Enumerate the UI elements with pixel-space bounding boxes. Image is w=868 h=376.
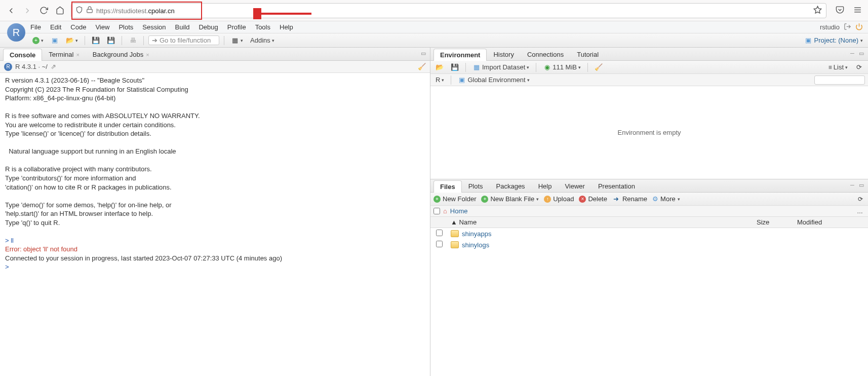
load-workspace-button[interactable]: 📂 — [433, 62, 446, 72]
minimize-pane-icon[interactable]: ─ — [849, 50, 856, 57]
env-empty-message: Environment is empty — [430, 86, 868, 179]
delete-button[interactable]: ×Delete — [579, 195, 607, 203]
url-text: https://rstudiotest.cpolar.cn — [96, 7, 175, 15]
menu-build[interactable]: Build — [175, 23, 190, 31]
new-folder-button[interactable]: +New Folder — [433, 195, 476, 203]
pocket-icon[interactable] — [836, 6, 844, 16]
menu-session[interactable]: Session — [142, 23, 166, 31]
path-more-button[interactable]: … — [855, 207, 865, 216]
env-search-input[interactable] — [814, 76, 865, 85]
upload-button[interactable]: ↑Upload — [544, 195, 574, 203]
tab-environment[interactable]: Environment — [433, 49, 487, 61]
new-blank-file-button[interactable]: +New Blank File ▾ — [481, 195, 539, 203]
tab-help-pane[interactable]: Help — [532, 180, 559, 192]
tab-plots-pane[interactable]: Plots — [462, 180, 490, 192]
rstudio-logo: R — [7, 23, 25, 42]
maximize-pane-icon[interactable]: ▭ — [858, 181, 865, 189]
console-header: R R 4.3.1 · ~/ ⇗ 🧹 — [0, 61, 430, 73]
reload-button[interactable] — [38, 6, 49, 16]
new-project-button[interactable]: ▣ — [49, 35, 61, 46]
tab-tutorial[interactable]: Tutorial — [570, 48, 605, 60]
menu-file[interactable]: File — [30, 23, 41, 31]
svg-marker-1 — [814, 6, 821, 13]
home-button[interactable] — [55, 6, 65, 16]
files-table: ▲ Name Size Modified shinyapps shinylogs — [430, 217, 868, 376]
menu-debug[interactable]: Debug — [199, 23, 218, 31]
close-icon[interactable]: × — [76, 52, 79, 58]
memory-usage-button[interactable]: ◉111 MiB ▾ — [541, 62, 583, 72]
clear-console-icon[interactable]: 🧹 — [418, 63, 426, 70]
refresh-files-button[interactable]: ⟳ — [856, 195, 865, 204]
bookmark-icon[interactable] — [813, 6, 822, 16]
print-button[interactable]: 🖶 — [127, 35, 139, 46]
home-icon[interactable]: ⌂ — [443, 207, 447, 215]
power-icon[interactable] — [855, 23, 863, 32]
menu-tools[interactable]: Tools — [255, 23, 270, 31]
shield-icon — [75, 6, 83, 15]
save-all-button[interactable]: 💾 — [105, 35, 117, 46]
env-scope-selector[interactable]: ▣Global Environment ▾ — [456, 75, 531, 85]
project-label[interactable]: Project: (None) — [814, 36, 858, 44]
menu-code[interactable]: Code — [70, 23, 86, 31]
clear-env-button[interactable]: 🧹 — [593, 62, 605, 72]
open-wd-icon[interactable]: ⇗ — [51, 63, 56, 70]
select-all-checkbox[interactable] — [433, 208, 440, 214]
tab-files[interactable]: Files — [433, 180, 462, 193]
menu-profile[interactable]: Profile — [227, 23, 246, 31]
tab-history[interactable]: History — [487, 48, 520, 60]
url-bar[interactable]: https://rstudiotest.cpolar.cn — [71, 3, 826, 18]
files-breadcrumb: ⌂ Home … — [430, 206, 868, 217]
rename-button[interactable]: ➜Rename — [612, 195, 647, 203]
username-label: rstudio — [820, 23, 840, 31]
addins-button[interactable]: Addins ▾ — [248, 35, 277, 45]
console-version-label: R 4.3.1 · ~/ — [15, 63, 48, 70]
folder-icon — [451, 230, 459, 237]
project-icon: ▣ — [804, 36, 812, 45]
env-tab-bar: Environment History Connections Tutorial… — [430, 48, 868, 61]
language-selector[interactable]: R ▾ — [433, 75, 446, 85]
tab-packages[interactable]: Packages — [490, 180, 532, 192]
maximize-pane-icon[interactable]: ▭ — [858, 50, 865, 57]
svg-rect-0 — [87, 9, 93, 12]
env-view-toggle[interactable]: ≡ List ▾ — [826, 62, 850, 72]
file-checkbox[interactable] — [436, 241, 443, 247]
refresh-env-button[interactable]: ⟳ — [853, 62, 865, 72]
breadcrumb-home[interactable]: Home — [450, 207, 468, 215]
workspace-panes-button[interactable]: ▦▾ — [229, 35, 245, 46]
tab-viewer[interactable]: Viewer — [558, 180, 591, 192]
back-button[interactable] — [6, 6, 16, 16]
tab-terminal[interactable]: Terminal× — [42, 48, 86, 60]
menu-edit[interactable]: Edit — [50, 23, 61, 31]
tab-presentation[interactable]: Presentation — [591, 180, 642, 192]
import-dataset-button[interactable]: ▦Import Dataset ▾ — [470, 62, 531, 72]
file-name-link[interactable]: shinyapps — [462, 230, 492, 238]
tab-console[interactable]: Console — [3, 49, 42, 61]
hamburger-icon[interactable] — [853, 6, 862, 16]
minimize-pane-icon[interactable]: ─ — [849, 181, 856, 189]
lock-icon — [86, 6, 93, 15]
tab-connections[interactable]: Connections — [521, 48, 570, 60]
close-icon[interactable]: × — [146, 52, 149, 58]
save-button[interactable]: 💾 — [90, 35, 102, 46]
save-workspace-button[interactable]: 💾 — [449, 62, 461, 72]
env-toolbar: 📂 💾 ▦Import Dataset ▾ ◉111 MiB ▾ 🧹 ≡ Lis… — [430, 61, 868, 74]
file-name-link[interactable]: shinylogs — [462, 241, 489, 249]
goto-file-input[interactable]: ➔Go to file/function — [148, 35, 219, 45]
console-output[interactable]: R version 4.3.1 (2023-06-16) -- "Beagle … — [0, 73, 430, 376]
menu-view[interactable]: View — [95, 23, 109, 31]
more-button[interactable]: ⚙More ▾ — [652, 195, 680, 203]
signout-icon[interactable] — [844, 23, 851, 32]
file-row[interactable]: shinyapps — [430, 228, 868, 239]
folder-icon — [451, 241, 459, 248]
forward-button[interactable] — [22, 6, 32, 16]
new-file-button[interactable]: +▾ — [30, 36, 46, 45]
maximize-pane-icon[interactable]: ▭ — [420, 50, 427, 57]
menu-help[interactable]: Help — [280, 23, 293, 31]
env-scope-bar: R ▾ ▣Global Environment ▾ — [430, 74, 868, 86]
file-checkbox[interactable] — [436, 230, 443, 236]
menu-plots[interactable]: Plots — [119, 23, 133, 31]
browser-toolbar: https://rstudiotest.cpolar.cn — [0, 0, 868, 21]
file-row[interactable]: shinylogs — [430, 239, 868, 250]
open-file-button[interactable]: 📂▾ — [64, 35, 80, 46]
tab-background-jobs[interactable]: Background Jobs× — [86, 48, 156, 60]
